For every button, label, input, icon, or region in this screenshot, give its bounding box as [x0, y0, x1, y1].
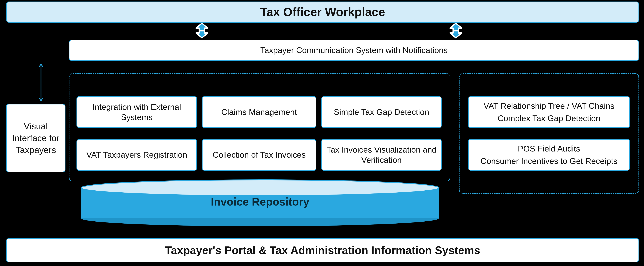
box-tax-invoices-visualization: Tax Invoices Visualization and Verificat… — [321, 139, 442, 171]
bidir-arrow-icon — [447, 23, 465, 38]
label: Claims Management — [221, 107, 297, 117]
label: Tax Invoices Visualization and Verificat… — [322, 145, 441, 165]
box-visual-interface-for-taxpayers: Visual Interface for Taxpayers — [6, 104, 66, 172]
label: Simple Tax Gap Detection — [334, 107, 429, 117]
box-vat-relationship-complex-gap: VAT Relationship Tree / VAT Chains Compl… — [468, 96, 630, 128]
box-integration-external-systems: Integration with External Systems — [76, 96, 197, 128]
svg-point-7 — [81, 180, 439, 196]
label: Integration with External Systems — [77, 102, 196, 123]
comm-system-label: Taxpayer Communication System with Notif… — [260, 45, 448, 55]
header-tax-officer-workplace: Tax Officer Workplace — [6, 1, 639, 23]
footer-taxpayer-portal: Taxpayer's Portal & Tax Administration I… — [6, 238, 639, 262]
label-line-1: POS Field Audits — [518, 143, 580, 154]
visual-interface-label: Visual Interface for Taxpayers — [7, 120, 65, 156]
svg-marker-2 — [450, 23, 462, 30]
footer-label: Taxpayer's Portal & Tax Administration I… — [165, 243, 480, 257]
box-simple-tax-gap-detection: Simple Tax Gap Detection — [321, 96, 442, 128]
label-line-2: Consumer Incentives to Get Receipts — [481, 156, 618, 166]
label-line-2: Complex Tax Gap Detection — [498, 113, 600, 124]
box-collection-of-tax-invoices: Collection of Tax Invoices — [202, 139, 316, 171]
svg-marker-0 — [196, 23, 208, 30]
box-vat-taxpayers-registration: VAT Taxpayers Registration — [76, 139, 197, 171]
svg-marker-3 — [450, 31, 462, 38]
label: Collection of Tax Invoices — [213, 150, 306, 160]
box-claims-management: Claims Management — [202, 96, 316, 128]
svg-marker-1 — [196, 31, 208, 38]
label: VAT Taxpayers Registration — [86, 150, 187, 160]
header-title: Tax Officer Workplace — [260, 4, 385, 19]
diagram-root: Tax Officer Workplace Taxpayer Communica… — [0, 0, 644, 266]
repository-label: Invoice Repository — [211, 196, 309, 208]
thin-double-arrow-icon — [38, 63, 44, 102]
label-line-1: VAT Relationship Tree / VAT Chains — [484, 101, 614, 111]
repository-label-wrap: Invoice Repository — [80, 195, 440, 208]
box-pos-audits-consumer-incentives: POS Field Audits Consumer Incentives to … — [468, 139, 630, 171]
box-taxpayer-communication-system: Taxpayer Communication System with Notif… — [69, 40, 639, 61]
group-right-dashed — [459, 73, 639, 194]
bidir-arrow-icon — [193, 23, 211, 38]
